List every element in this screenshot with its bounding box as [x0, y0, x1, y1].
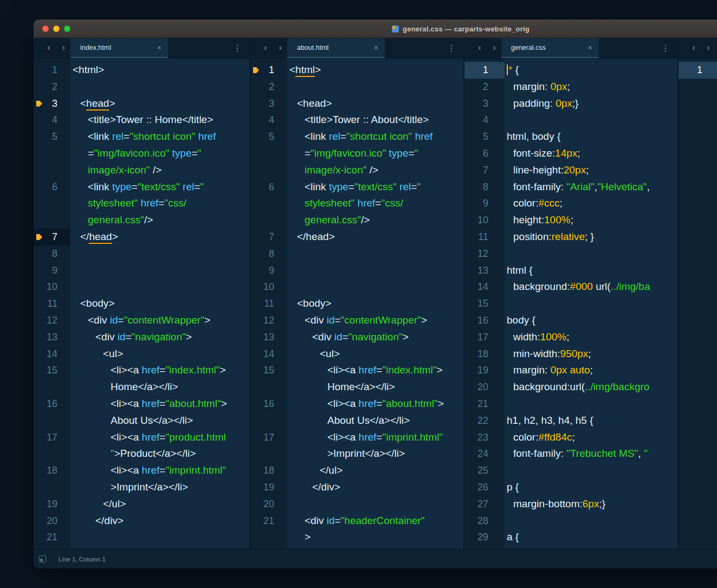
tab-forward-icon[interactable]: ›: [276, 38, 285, 58]
code-text[interactable]: min-width:950px;: [505, 346, 677, 363]
gutter-cell[interactable]: 10: [464, 212, 505, 229]
code-text[interactable]: <html>: [287, 62, 463, 79]
code-text[interactable]: [287, 262, 463, 279]
gutter-cell[interactable]: 18: [464, 346, 505, 363]
gutter-cell[interactable]: 29: [464, 529, 505, 546]
panel-toggle-icon[interactable]: [39, 555, 46, 563]
code-row[interactable]: [507, 245, 677, 262]
line-number[interactable]: 6: [52, 179, 57, 229]
code-row[interactable]: About Us</a></li>: [327, 412, 463, 429]
line-number[interactable]: 14: [477, 279, 488, 295]
code-row[interactable]: <div id="contentWrapper">: [88, 312, 249, 329]
code-text[interactable]: font-family: "Trebuchet MS", ": [505, 445, 677, 462]
line-number[interactable]: 4: [52, 112, 57, 128]
gutter-cell[interactable]: 21: [250, 513, 287, 546]
gutter-cell[interactable]: 26: [464, 479, 505, 496]
gutter-cell[interactable]: 2: [250, 79, 287, 95]
tab-back-icon[interactable]: ‹: [475, 38, 484, 58]
code-row[interactable]: color:#ffd84c;: [513, 429, 677, 446]
code-text[interactable]: [70, 279, 249, 295]
gutter-cell[interactable]: 6: [464, 145, 505, 162]
gutter-cell[interactable]: 12: [250, 312, 287, 329]
code-row[interactable]: [507, 513, 677, 529]
gutter-cell[interactable]: 9: [250, 262, 287, 279]
code-row[interactable]: color:#ccc;: [513, 195, 677, 212]
gutter-cell[interactable]: 1: [250, 62, 287, 79]
code-text[interactable]: [505, 245, 677, 262]
line-number[interactable]: 16: [477, 312, 488, 329]
editor-pane[interactable]: 1: [679, 59, 717, 549]
gutter-cell[interactable]: 3: [34, 95, 70, 112]
line-number[interactable]: 1: [483, 62, 488, 79]
gutter-cell[interactable]: 2: [464, 79, 505, 95]
tab-close-icon[interactable]: ×: [371, 43, 378, 52]
code-text[interactable]: <li><a href="imprint.html">Imprint</a></…: [287, 429, 463, 463]
gutter-cell[interactable]: 14: [34, 346, 70, 363]
code-row[interactable]: <html>: [73, 62, 249, 79]
line-number[interactable]: 2: [269, 79, 274, 95]
code-row[interactable]: <title>Tower :: About</title>: [305, 112, 463, 128]
tab-general-css[interactable]: general.css ×: [501, 38, 599, 58]
line-number[interactable]: 5: [52, 128, 57, 178]
line-number[interactable]: 11: [47, 295, 57, 312]
gutter-cell[interactable]: 9: [34, 262, 70, 279]
code-row[interactable]: * {: [507, 62, 677, 79]
code-row[interactable]: <link rel="shortcut icon" href: [88, 128, 249, 145]
code-row[interactable]: <body>: [297, 295, 463, 312]
line-number[interactable]: 19: [263, 479, 274, 496]
code-row[interactable]: general.css"/>: [88, 212, 249, 229]
code-row[interactable]: body {: [507, 312, 677, 329]
gutter-cell[interactable]: 8: [34, 245, 70, 262]
code-text[interactable]: <div id="navigation">: [70, 329, 249, 346]
line-number[interactable]: 13: [477, 262, 488, 279]
code-text[interactable]: </ul>: [287, 462, 463, 479]
code-row[interactable]: <body>: [80, 295, 249, 312]
gutter-cell[interactable]: 16: [250, 396, 287, 429]
gutter-cell[interactable]: 5: [250, 128, 287, 178]
code-row[interactable]: </head>: [80, 229, 249, 245]
line-number[interactable]: 21: [47, 529, 57, 546]
code-row[interactable]: image/x-icon" />: [88, 162, 249, 179]
code-row[interactable]: <div id="headerContainer": [305, 513, 463, 529]
code-text[interactable]: </div>: [287, 479, 463, 496]
code-text[interactable]: <head>: [70, 95, 249, 112]
line-number[interactable]: 4: [269, 112, 274, 128]
code-row[interactable]: </div>: [312, 479, 463, 496]
line-number[interactable]: 3: [483, 95, 488, 112]
code-text[interactable]: font-size:14px;: [505, 145, 677, 162]
code-row[interactable]: Home</a></li>: [327, 379, 463, 396]
gutter-cell[interactable]: 16: [34, 396, 70, 429]
line-number[interactable]: 17: [263, 429, 274, 463]
gutter-cell[interactable]: 1: [34, 62, 70, 79]
code-text[interactable]: <html>: [70, 62, 249, 79]
gutter-cell[interactable]: 6: [250, 179, 287, 229]
code-row[interactable]: min-width:950px;: [513, 346, 677, 363]
line-number[interactable]: 15: [47, 362, 57, 396]
code-text[interactable]: [505, 513, 677, 529]
code-row[interactable]: font-family: "Arial","Helvetica",: [513, 179, 677, 196]
code-row[interactable]: margin-bottom:6px;}: [513, 496, 677, 513]
gutter-cell[interactable]: 10: [250, 279, 287, 295]
code-row[interactable]: margin: 0px;: [513, 79, 677, 95]
code-text[interactable]: </head>: [70, 229, 249, 245]
line-number[interactable]: 22: [477, 412, 488, 429]
gutter-cell[interactable]: 7: [250, 229, 287, 245]
line-number[interactable]: 20: [263, 496, 274, 513]
gutter-cell[interactable]: 20: [464, 379, 505, 396]
tab-back-icon[interactable]: ‹: [689, 38, 698, 58]
gutter-cell[interactable]: 4: [34, 112, 70, 128]
line-number[interactable]: 19: [477, 362, 488, 379]
line-number[interactable]: 27: [477, 496, 488, 513]
line-number[interactable]: 13: [263, 329, 274, 346]
code-row[interactable]: <li><a href="about.html">: [327, 396, 463, 412]
code-text[interactable]: [287, 279, 463, 295]
code-row[interactable]: Home</a></li>: [111, 379, 249, 396]
line-number[interactable]: 9: [52, 262, 57, 279]
line-number[interactable]: 3: [52, 95, 57, 112]
code-text[interactable]: <title>Tower :: About</title>: [287, 112, 463, 128]
line-number[interactable]: 14: [263, 346, 274, 363]
line-number[interactable]: 26: [477, 479, 488, 496]
code-text[interactable]: <title>Tower :: Home</title>: [70, 112, 249, 128]
code-row[interactable]: margin: 0px auto;: [513, 362, 677, 379]
line-number[interactable]: 23: [477, 429, 488, 446]
